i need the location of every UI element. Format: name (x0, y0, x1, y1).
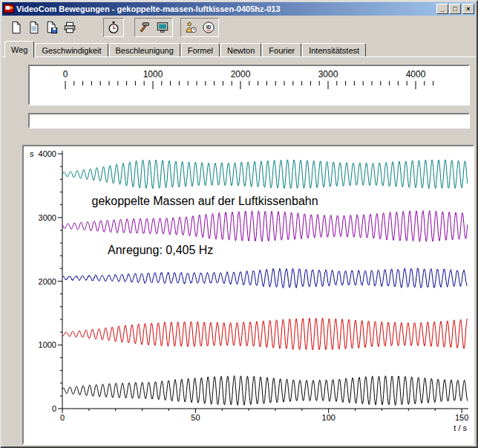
new-document-icon (10, 21, 23, 34)
trace-blue (62, 268, 468, 288)
trace-red (62, 318, 468, 350)
tab-formel[interactable]: Formel (181, 43, 220, 57)
toolbar-group (7, 19, 79, 36)
displacement-chart: 01000200030004000050100150st / sgekoppel… (24, 146, 473, 444)
svg-text:2000: 2000 (231, 69, 251, 79)
svg-text:2000: 2000 (39, 277, 56, 286)
id-badge-button[interactable]: ID (200, 19, 217, 36)
x-unit-label: t / s (454, 423, 467, 432)
y-unit-label: s (30, 149, 34, 158)
window-controls: _ □ × (436, 4, 474, 14)
id-badge-icon: ID (202, 21, 215, 34)
svg-text:4000: 4000 (39, 149, 56, 158)
new-document-button[interactable] (7, 19, 25, 36)
toolbar-group: ID (180, 18, 219, 37)
save-document-icon (45, 21, 59, 34)
open-document-icon (27, 21, 41, 34)
close-button[interactable]: × (462, 4, 474, 14)
chart-annotation-1: gekoppelte Massen auf der Luftkissenbahn (92, 195, 318, 207)
chart-panel: 01000200030004000050100150st / sgekoppel… (22, 145, 474, 445)
svg-text:3000: 3000 (39, 213, 56, 222)
minimize-button[interactable]: _ (436, 4, 448, 14)
stopwatch-icon (107, 21, 120, 34)
user-clock-icon (184, 21, 197, 34)
maximize-button[interactable]: □ (449, 4, 461, 14)
toolbar-group (134, 18, 173, 37)
svg-text:150: 150 (455, 413, 468, 422)
ruler-ticks (65, 81, 433, 89)
titlebar[interactable]: VideoCom Bewegungen - gekoppelte-massen-… (2, 2, 476, 16)
open-document-button[interactable] (25, 19, 43, 36)
print-icon (63, 21, 76, 34)
trace-black (62, 376, 468, 406)
trace-violet (62, 211, 468, 242)
readout-bar (28, 113, 470, 129)
tab-beschleunigung[interactable]: Beschleunigung (109, 43, 180, 57)
svg-text:1000: 1000 (143, 69, 163, 79)
tab-intensit-tstest[interactable]: Intensitätstest (302, 43, 366, 57)
ruler-labels: 01000200030004000 (63, 69, 426, 79)
svg-text:0: 0 (63, 69, 68, 79)
toolbar-group (103, 18, 124, 37)
save-document-button[interactable] (43, 19, 61, 36)
svg-text:1000: 1000 (39, 340, 56, 349)
tools-button[interactable] (136, 19, 154, 36)
tab-weg[interactable]: Weg (4, 41, 34, 58)
svg-text:0: 0 (60, 413, 65, 422)
print-button[interactable] (61, 19, 79, 36)
svg-text:50: 50 (191, 413, 200, 422)
tab-newton[interactable]: Newton (220, 43, 261, 57)
stopwatch-button[interactable] (105, 19, 122, 36)
tab-fourier[interactable]: Fourier (262, 43, 301, 57)
tab-bar: WegGeschwindigkeitBeschleunigungFormelNe… (2, 39, 476, 57)
svg-text:3000: 3000 (318, 69, 338, 79)
toolbar: ID (2, 17, 476, 38)
svg-text:0: 0 (52, 404, 56, 413)
trace-teal (62, 160, 468, 189)
monitor-icon (156, 21, 169, 34)
svg-text:4000: 4000 (406, 69, 426, 79)
chart-annotation-2: Anregung: 0,405 Hz (108, 244, 213, 256)
app-icon (4, 4, 14, 14)
user-clock-button[interactable] (182, 19, 200, 36)
position-ruler: 01000200030004000 (28, 65, 470, 105)
tab-geschwindigkeit[interactable]: Geschwindigkeit (35, 43, 108, 57)
monitor-button[interactable] (154, 19, 171, 36)
svg-text:ID: ID (206, 25, 212, 30)
svg-text:100: 100 (322, 413, 335, 422)
tools-icon (138, 21, 151, 34)
app-window: VideoCom Bewegungen - gekoppelte-massen-… (0, 0, 478, 448)
window-title: VideoCom Bewegungen - gekoppelte-massen-… (16, 4, 436, 13)
tab-strip-divider (2, 56, 476, 57)
ruler-scale: 01000200030004000 (30, 66, 468, 104)
